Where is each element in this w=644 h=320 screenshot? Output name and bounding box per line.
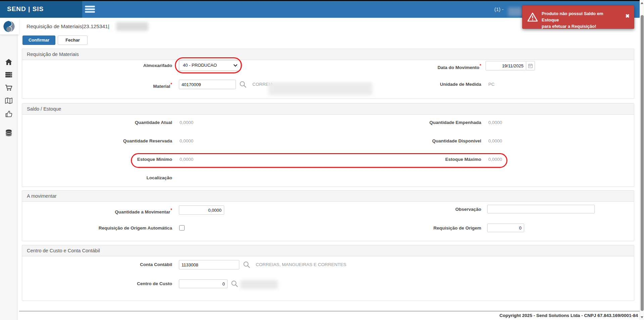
scroll-down-arrow[interactable] [641, 316, 643, 318]
close-button[interactable]: Fechar [58, 36, 88, 45]
quantidade-disponivel-value: 0,0000 [488, 138, 502, 144]
toast-error: Produto não possui Saldo em Estoque para… [522, 5, 634, 29]
home-icon[interactable] [0, 59, 17, 65]
localizacao-label: Localização [50, 175, 172, 181]
origem-automatica-label: Requisição de Origem Automática [50, 225, 172, 232]
thumbs-up-icon[interactable] [0, 111, 17, 117]
observacao-input[interactable] [487, 205, 595, 213]
unidade-medida-label: Unidade de Medida [352, 81, 481, 88]
conta-contabil-label: Conta Contábil [50, 261, 172, 268]
scroll-up-arrow[interactable] [641, 2, 643, 4]
data-movimento-input[interactable] [486, 61, 526, 70]
cart-icon[interactable] [0, 84, 17, 91]
search-icon[interactable] [239, 81, 247, 88]
centro-custo-label: Centro de Custo [50, 280, 172, 287]
warning-icon [527, 12, 538, 22]
scrollbar-thumb[interactable] [641, 15, 644, 311]
quantidade-reservada-label: Quantidade Reservada [50, 138, 172, 144]
panel-requisicao-title: Requisição de Materiais [22, 49, 634, 60]
quantidade-atual-value: 0,0000 [180, 119, 193, 126]
map-icon[interactable] [0, 98, 17, 104]
observacao-label: Observação [352, 206, 481, 213]
estoque-maximo-label: Estoque Máximo [352, 156, 481, 163]
search-icon[interactable] [231, 280, 238, 287]
footer-divider [19, 311, 640, 311]
almoxarifado-select[interactable]: 40 - PRODUCAO [179, 60, 241, 71]
unidade-medida-value: PC [488, 81, 495, 88]
almoxarifado-selected-value: 40 - PRODUCAO [183, 63, 217, 68]
estoque-minimo-value: 0,0000 [180, 156, 193, 163]
footer-copyright: Copyright 2025 - Send Solutions Ltda - C… [499, 313, 638, 318]
quantidade-movimentar-input[interactable] [179, 205, 224, 215]
material-input[interactable] [179, 80, 236, 89]
vertical-scrollbar[interactable] [640, 0, 644, 320]
panel-centro-custo: Centro de Custo e Conta Contábil [22, 245, 634, 301]
close-icon[interactable]: ✖ [625, 13, 630, 19]
app-brand: SEND | SIS [7, 5, 44, 13]
panel-movimentar: A movimentar [22, 190, 634, 241]
estoque-maximo-value: 0,0000 [488, 156, 502, 163]
quantidade-reservada-value: 0,0000 [180, 138, 193, 144]
panel-saldo-title: Saldo / Estoque [22, 104, 634, 115]
conta-contabil-description: CORREIAS, MANGUEIRAS E CORRENTES [256, 261, 346, 268]
almoxarifado-label: Almoxarifado [50, 62, 172, 69]
panel-centro-custo-title: Centro de Custo e Conta Contábil [22, 245, 634, 256]
quantidade-movimentar-label: Quantidade a Movimentar* [50, 207, 172, 213]
redacted-title-text [116, 22, 148, 31]
hamburger-menu-icon[interactable] [85, 6, 96, 13]
redacted-username [508, 7, 523, 16]
quantidade-empenhada-label: Quantidade Empenhada [352, 119, 481, 126]
page-title: Requisição de Materiais|23.125341| [27, 23, 109, 29]
centro-custo-input[interactable] [179, 279, 228, 288]
quantidade-atual-label: Quantidade Atual [50, 119, 172, 126]
quantidade-disponivel-label: Quantidade Disponível [352, 138, 481, 144]
toast-message: Produto não possui Saldo em Estoque para… [542, 10, 619, 29]
conta-contabil-input[interactable] [179, 260, 239, 269]
database-icon[interactable] [0, 129, 17, 136]
confirm-button[interactable]: Confirmar [22, 36, 55, 45]
panel-movimentar-title: A movimentar [22, 191, 634, 202]
material-label: Material* [50, 81, 172, 88]
send-logo [3, 20, 15, 33]
modules-icon[interactable] [0, 71, 17, 78]
search-icon[interactable] [243, 261, 250, 268]
logo-card[interactable] [0, 18, 19, 35]
notification-count[interactable]: (1) - [494, 6, 504, 12]
estoque-minimo-label: Estoque Minimo [50, 156, 172, 163]
requisicao-origem-input[interactable] [487, 223, 524, 232]
calendar-icon[interactable] [526, 61, 535, 70]
redacted-centro-custo-description [240, 280, 278, 289]
chevron-down-icon [234, 64, 237, 67]
left-sidebar [0, 18, 17, 320]
quantidade-empenhada-value: 0,0000 [488, 119, 502, 126]
requisicao-origem-label: Requisição de Origem [352, 225, 481, 232]
app-window: SEND | SIS (1) - Produto não possui Sald… [0, 0, 644, 320]
origem-automatica-checkbox[interactable] [179, 225, 185, 231]
data-movimento-label: Data do Movimento* [352, 62, 481, 69]
